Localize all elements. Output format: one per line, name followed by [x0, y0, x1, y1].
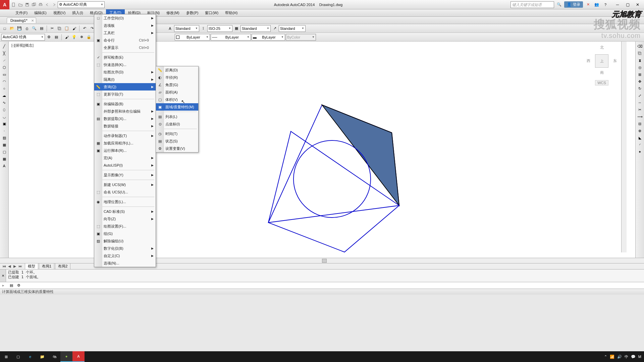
menu-item[interactable]: ✓拼写检查(E): [94, 54, 156, 61]
menu-item[interactable]: ▤列表(L): [156, 113, 198, 120]
menu-item[interactable]: 绘图次序(D)▶: [94, 68, 156, 76]
spline-icon[interactable]: ∿: [1, 99, 8, 106]
preview-icon[interactable]: 🔍: [31, 25, 38, 32]
store-icon[interactable]: 🛍: [48, 351, 60, 362]
menu-item[interactable]: ▣面域/质量特性(M): [156, 103, 198, 111]
document-tab[interactable]: Drawing1* ✕: [7, 17, 36, 23]
autocad-taskbar-icon[interactable]: A: [72, 351, 85, 362]
menu-item[interactable]: 数据链接▶: [94, 122, 156, 130]
menu-item[interactable]: 选项板▶: [94, 22, 156, 29]
array-icon[interactable]: ⊞: [637, 71, 643, 78]
workspace-dropdown[interactable]: ⚙ AutoCAD 经典 ▼: [58, 1, 105, 8]
menu-item[interactable]: 修改(M): [163, 9, 183, 16]
menu-item[interactable]: 窗口(W): [202, 9, 222, 16]
compass-east[interactable]: 东: [613, 58, 617, 63]
saveas-icon[interactable]: [31, 2, 37, 8]
menu-item[interactable]: ⬚快速选择(K)...: [94, 61, 156, 68]
edge-icon[interactable]: e: [24, 351, 36, 362]
redo-icon[interactable]: [51, 2, 57, 8]
block-icon[interactable]: ▣: [1, 120, 8, 127]
chamfer-icon[interactable]: ◣: [637, 134, 643, 141]
ime-icon[interactable]: 中: [625, 354, 628, 359]
table-icon[interactable]: ▦: [1, 156, 8, 162]
minimize-button[interactable]: ─: [612, 1, 623, 8]
polygon-icon[interactable]: ⬡: [1, 64, 8, 71]
scale-icon[interactable]: ⤢: [637, 92, 643, 99]
first-tab-icon[interactable]: ⏮: [1, 264, 7, 268]
undo-icon[interactable]: [44, 2, 50, 8]
menu-item[interactable]: CAD 标准(S)▶: [94, 208, 156, 215]
menu-item[interactable]: 工具栏▶: [94, 29, 156, 37]
menu-item[interactable]: ◉地理位置(L)...: [94, 198, 156, 205]
match-icon[interactable]: 🖌: [71, 25, 77, 32]
layer-match-icon[interactable]: 🖌: [63, 34, 70, 41]
compass-south[interactable]: 南: [585, 70, 619, 75]
stretch-icon[interactable]: ↔: [637, 99, 643, 106]
rotate-icon[interactable]: ↻: [637, 85, 643, 92]
menu-item[interactable]: 向导(Z)▶: [94, 215, 156, 223]
exchange-icon[interactable]: ✕: [584, 1, 592, 8]
revcloud-icon[interactable]: ☁: [1, 92, 8, 99]
layout-tab[interactable]: 模型: [25, 263, 38, 269]
layer-freeze-icon[interactable]: ❄: [78, 34, 85, 41]
dim-style-icon[interactable]: ⟟: [200, 25, 207, 32]
fillet-icon[interactable]: ◜: [637, 141, 643, 148]
taskview-icon[interactable]: ▢: [12, 351, 24, 362]
linetype-dropdown[interactable]: ── ByLayer▼: [211, 34, 251, 41]
menu-item[interactable]: ⊙点坐标(I): [156, 120, 198, 128]
view-cube[interactable]: 北 西 上 东 南 WCS: [585, 45, 619, 88]
menu-item[interactable]: ▢体积(V): [156, 96, 198, 103]
menu-item[interactable]: ▦加载应用程序(L)...: [94, 139, 156, 147]
app-logo-icon[interactable]: A: [0, 0, 9, 9]
menu-item[interactable]: 自定义(C)▶: [94, 252, 156, 259]
menu-item[interactable]: 视图(V): [50, 9, 69, 16]
erase-icon[interactable]: ⌫: [637, 43, 643, 50]
menu-item[interactable]: ◐半径(R): [156, 74, 198, 81]
menu-item[interactable]: ▤状态(S): [156, 137, 198, 145]
next-tab-icon[interactable]: ▶: [12, 264, 17, 268]
compass-top-icon[interactable]: 上: [595, 54, 608, 68]
trim-icon[interactable]: ✂: [637, 106, 643, 113]
polyline-icon[interactable]: ⟋: [1, 57, 8, 64]
mirror-icon[interactable]: ⧗: [637, 57, 643, 64]
table-style-icon[interactable]: ▦: [233, 25, 240, 32]
menu-item[interactable]: 插入(I): [69, 9, 86, 16]
ellipse-icon[interactable]: ⬯: [1, 106, 8, 113]
menu-item[interactable]: ▤数据提取(X)...▶: [94, 115, 156, 122]
compass-west[interactable]: 西: [587, 58, 590, 63]
wifi-icon[interactable]: 📶: [610, 355, 614, 359]
paste-icon[interactable]: 📋: [63, 25, 70, 32]
mleader-icon[interactable]: ↗: [271, 25, 278, 32]
menu-item[interactable]: 参数(P): [183, 9, 202, 16]
explorer-icon[interactable]: 📁: [36, 351, 48, 362]
tray-up-icon[interactable]: ⌃: [604, 355, 607, 359]
vertical-scrollbar[interactable]: [621, 42, 627, 252]
cut-icon[interactable]: ✂: [49, 25, 55, 32]
color-dropdown[interactable]: ByLayer▼: [175, 34, 210, 41]
search-icon[interactable]: 🔍: [555, 1, 563, 8]
xline-icon[interactable]: ╳: [1, 50, 8, 57]
maximize-button[interactable]: ▢: [623, 1, 633, 8]
menu-item[interactable]: ⬚绘图设置(F)...: [94, 223, 156, 230]
last-tab-icon[interactable]: ⏭: [17, 264, 23, 268]
ime-mode-icon[interactable]: M: [638, 355, 641, 359]
arc-icon[interactable]: ◠: [1, 78, 8, 85]
undo-icon[interactable]: ↶: [81, 25, 88, 32]
layer-dropdown[interactable]: AutoCAD 经典▼: [1, 34, 45, 41]
copy-icon[interactable]: ⿻: [56, 25, 63, 32]
close-icon[interactable]: ✕: [0, 269, 6, 282]
compass-north[interactable]: 北: [585, 45, 619, 50]
start-icon[interactable]: ⊞: [0, 351, 12, 362]
menu-item[interactable]: ▱面积(A): [156, 88, 198, 96]
hatch-icon[interactable]: ▨: [1, 134, 8, 141]
print-icon[interactable]: [38, 2, 44, 8]
dim-style-dropdown[interactable]: ISO-25▼: [207, 25, 232, 32]
open-icon[interactable]: [17, 2, 23, 8]
menu-item[interactable]: □工作空间(O)▶: [94, 14, 156, 22]
menu-item[interactable]: 新建 UCS(W)▶: [94, 181, 156, 188]
line-icon[interactable]: ╱: [1, 43, 8, 50]
menu-item[interactable]: 宏(A)▶: [94, 154, 156, 162]
close-icon[interactable]: ✕: [31, 19, 34, 22]
menu-item[interactable]: 全屏显示Ctrl+0: [94, 44, 156, 51]
login-button[interactable]: 👤 登录: [564, 1, 583, 8]
